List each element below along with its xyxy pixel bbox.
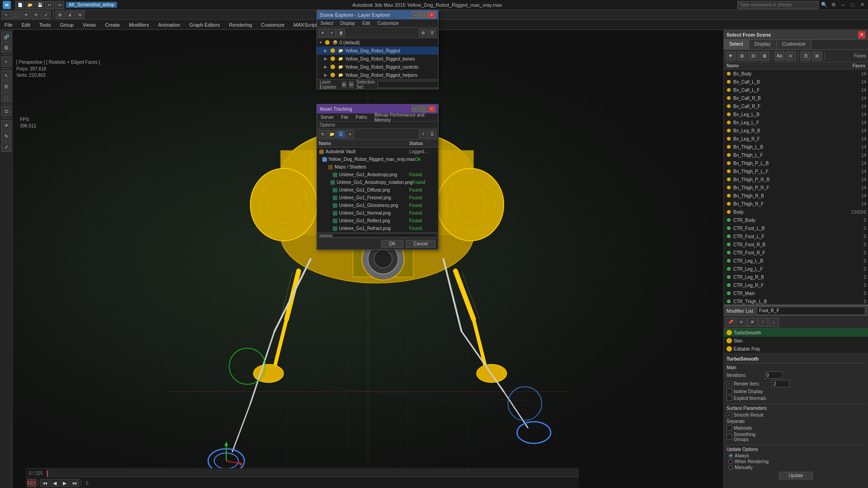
menu-edit[interactable]: Edit (17, 21, 35, 29)
scene-row-ctr-foot-r-f[interactable]: CTR_Foot_R_F 0 (724, 249, 868, 257)
window-crossing[interactable]: ⊡ (1, 106, 11, 116)
menu-views[interactable]: Views (78, 21, 100, 29)
layer-explorer-titlebar[interactable]: Scene Explorer - Layer Explorer ─ □ ✕ (317, 10, 438, 19)
scene-row-ctr-main[interactable]: CTR_Main 0 (724, 289, 868, 297)
layer-explorer-close[interactable]: ✕ (428, 12, 435, 18)
scene-row-bn-calf-r-f[interactable]: Bn_Calf_R_F 14 (724, 102, 868, 110)
tab-display[interactable]: Display (749, 40, 777, 49)
menu-create[interactable]: Create (100, 21, 124, 29)
update-button[interactable]: Update (779, 472, 812, 479)
rotate-tool-left[interactable]: ↻ (1, 131, 11, 141)
object-name-field[interactable] (757, 307, 865, 315)
filter-btn[interactable]: ▼ (726, 52, 736, 61)
scale-tool-left[interactable]: ⤢ (1, 142, 11, 152)
viewport[interactable]: [ Perspective ] [ Realistic + Edged Face… (13, 30, 723, 488)
at-list-btn[interactable]: ≡ (346, 130, 354, 138)
select-obj[interactable]: ↖ (1, 70, 11, 80)
scene-row-bn-thigh-r-b[interactable]: Bn_Thigh_R_B 14 (724, 192, 868, 200)
le-menu-display[interactable]: Display (337, 20, 359, 26)
delete-mod-btn[interactable]: ✕ (747, 318, 757, 327)
at-set-path-btn[interactable]: 📂 (328, 130, 336, 138)
render-iters-checkbox[interactable] (726, 381, 732, 386)
close-icon[interactable]: ✕ (858, 1, 866, 9)
scene-row-bn-leg-l-b[interactable]: Bn_Leg_L_B 14 (724, 110, 868, 118)
scene-list[interactable]: Bn_Body 14 Bn_Calf_L_B 14 Bn_Calf_L_F 14… (724, 70, 868, 305)
at-resolve-btn[interactable]: ↻ (319, 130, 327, 138)
scene-row-bn-calf-l-f[interactable]: Bn_Calf_L_F 14 (724, 86, 868, 94)
percent-snap[interactable]: % (75, 11, 85, 19)
move-tool[interactable]: ✛ (22, 11, 31, 19)
scene-row-bn-thigh-p-l-f[interactable]: Bn_Thigh_P_L_F 14 (724, 167, 868, 175)
menu-rendering[interactable]: Rendering (225, 21, 257, 29)
menu-customize[interactable]: Customize (256, 21, 289, 29)
timeline-bar[interactable] (47, 470, 579, 477)
mod-skin[interactable]: Skin (724, 337, 868, 345)
at-row-diffuse[interactable]: Unitree_Go1_Diffuse.png Found (317, 186, 438, 194)
layer-row-rig[interactable]: ▶ 📁 Yellow_Dog_Robot_Rigged (317, 47, 438, 55)
none-btn[interactable]: ⊟ (748, 52, 758, 61)
list-view-btn[interactable]: ☰ (801, 52, 811, 61)
redo-btn[interactable]: ↪ (55, 1, 64, 9)
le-footer-btn2[interactable]: ⊟ (349, 81, 354, 88)
move-down-btn[interactable]: ↓ (769, 318, 779, 327)
select-by-name[interactable]: ☰ (1, 81, 11, 91)
scene-row-ctr-foot-l-b[interactable]: CTR_Foot_L_B 0 (724, 224, 868, 232)
le-settings-btn[interactable]: ⚙ (419, 29, 427, 37)
at-server[interactable]: Server (317, 114, 337, 120)
angle-snap[interactable]: ∡ (66, 11, 75, 19)
settings-icon[interactable]: ⚙ (830, 1, 838, 9)
mod-turbosm[interactable]: TurboSmooth (724, 328, 868, 337)
scene-row-bn-body[interactable]: Bn_Body 14 (724, 70, 868, 78)
at-ok-btn[interactable]: OK (381, 240, 403, 248)
le-menu-edit[interactable]: Edit (359, 20, 374, 26)
rotate-tool[interactable]: ↻ (32, 11, 41, 19)
at-scrollbar[interactable] (317, 232, 438, 238)
render-iters-input[interactable] (772, 380, 790, 387)
at-row-glossiness[interactable]: Unitree_Go1_Glossiness.png Found (317, 202, 438, 209)
scene-row-ctr-leg-l-f[interactable]: CTR_Leg_L_F 0 (724, 265, 868, 273)
at-cancel-btn[interactable]: Cancel (406, 240, 435, 248)
open-btn[interactable]: 📂 (25, 1, 34, 9)
scene-row-bn-thigh-r-f[interactable]: Bn_Thigh_R_F 14 (724, 200, 868, 208)
expand-helpers[interactable]: ▶ (324, 73, 330, 77)
at-row-anisotropy-rot[interactable]: Unitree_Go1_Anisotropy_rotation.png Foun… (317, 178, 438, 186)
select-region[interactable]: ⬚ (1, 92, 11, 102)
layer-row-default[interactable]: ▼ 📦 0 (default) (317, 38, 438, 47)
undo-btn[interactable]: ↩ (45, 1, 54, 9)
materials-checkbox[interactable] (726, 425, 732, 431)
save-btn[interactable]: 💾 (35, 1, 44, 9)
at-highlight-btn[interactable]: ☰ (337, 130, 345, 138)
manually-radio[interactable] (728, 465, 733, 470)
menu-tools[interactable]: Tools (35, 21, 56, 29)
scene-row-ctr-leg-r-b[interactable]: CTR_Leg_R_B 0 (724, 273, 868, 281)
pin-stack-btn[interactable]: 📌 (726, 318, 736, 327)
scene-row-bn-thigh-l-f[interactable]: Bn_Thigh_L_F 14 (724, 151, 868, 159)
layer-row-helpers[interactable]: ▶ 📁 Yellow_Dog_Robot_Rigged_helpers (317, 71, 438, 79)
menu-group[interactable]: Group (55, 21, 78, 29)
link-tool[interactable]: 🔗 (1, 32, 11, 42)
at-extra-btn[interactable]: ☰ (428, 130, 436, 138)
at-close[interactable]: ✕ (428, 106, 435, 112)
expand-default[interactable]: ▼ (319, 40, 324, 45)
at-row-vault[interactable]: Autodesk Vault Logged... (317, 148, 438, 155)
scene-row-bn-thigh-p-r-f[interactable]: Bn_Thigh_P_R_F 14 (724, 183, 868, 192)
le-close-btn[interactable]: ✕ (319, 29, 327, 37)
select-region-tool[interactable]: ⬚ (12, 11, 21, 19)
smoothing-groups-checkbox[interactable] (726, 434, 732, 440)
menu-file[interactable]: File (0, 21, 17, 29)
menu-animation[interactable]: Animation (154, 21, 185, 29)
play-btn[interactable]: ▶ (60, 479, 69, 487)
menu-graph-editors[interactable]: Graph Editors (185, 21, 225, 29)
play-back-btn[interactable]: ◀ (50, 479, 59, 487)
le-footer-btn1[interactable]: ⊞ (342, 81, 346, 88)
scene-row-ctr-foot-r-b[interactable]: CTR_Foot_R_B 0 (724, 240, 868, 249)
tab-select[interactable]: Select (724, 40, 749, 49)
layer-row-bones[interactable]: ▶ 📁 Yellow_Dog_Robot_Rigged_bones (317, 55, 438, 63)
expand-rig[interactable]: ▶ (324, 48, 330, 53)
expand-controls[interactable]: ▶ (324, 65, 330, 69)
move-tool-left[interactable]: ✛ (1, 120, 11, 130)
at-scroll-thumb[interactable] (319, 235, 333, 237)
new-btn[interactable]: 📄 (15, 1, 24, 9)
move-up-btn[interactable]: ↑ (758, 318, 768, 327)
show-all-btn[interactable]: ≡ (736, 318, 746, 327)
